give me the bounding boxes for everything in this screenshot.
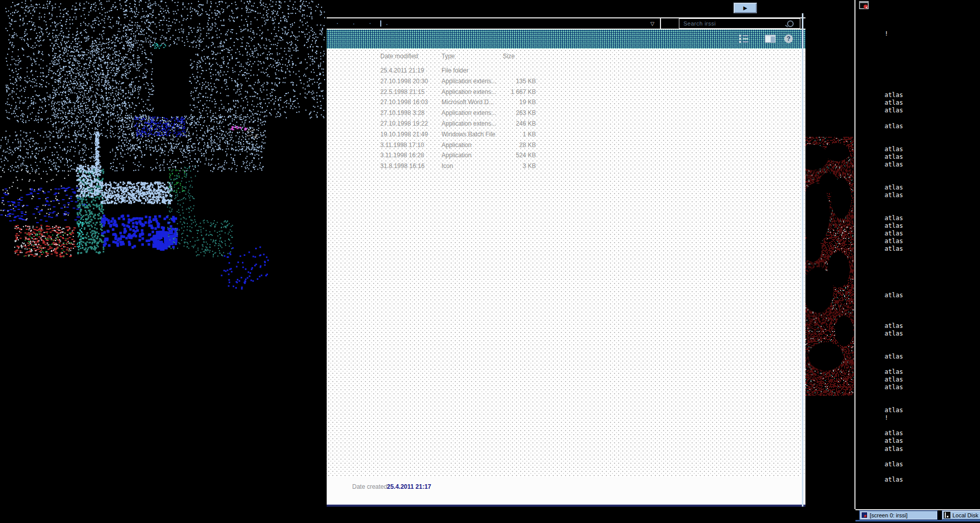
file-row[interactable]: 27.10.1998 16:03Microsoft Word D...19 KB	[327, 99, 805, 109]
file-row[interactable]: 31.8.1998 16:16Icon3 KB	[327, 162, 805, 173]
console-line: atlas	[885, 230, 976, 237]
views-icon[interactable]	[738, 34, 749, 44]
console-line: atlas	[885, 407, 976, 414]
file-row[interactable]: 3.11.1998 16:28Application524 KB	[327, 152, 805, 162]
console-line	[885, 253, 976, 260]
column-header-type[interactable]: Type	[442, 53, 455, 60]
console-line	[885, 76, 976, 84]
file-cell-date: 27.10.1998 20:30	[380, 78, 428, 85]
console-line	[885, 61, 976, 68]
taskbar-bottom-stripe	[855, 520, 980, 521]
file-list: Date modified Type Size 25.4.2011 21:19F…	[327, 49, 805, 477]
console-line	[885, 84, 976, 91]
console-line: atlas	[885, 192, 976, 199]
console-line: atlas	[885, 430, 976, 437]
console-line: atlas	[885, 368, 976, 376]
navigation-bar: ▽ Search irssi	[327, 17, 805, 30]
file-row[interactable]: 22.5.1998 21:15Application extens...1 66…	[327, 88, 805, 99]
file-row[interactable]: 27.10.1998 3:28Application extens...263 …	[327, 109, 805, 120]
file-row[interactable]: 27.10.1998 19:22Application extens...246…	[327, 120, 805, 130]
console-line: atlas	[885, 445, 976, 453]
file-cell-date: 27.10.1998 19:22	[380, 120, 428, 127]
file-cell-size: 246 KB	[480, 120, 536, 127]
file-cell-date: 3.11.1998 17:10	[380, 141, 424, 149]
console-line	[885, 207, 976, 215]
console-line: atlas	[885, 384, 976, 391]
address-glitch-dot	[386, 24, 387, 25]
console-line: !	[885, 30, 976, 38]
date-created-label: Date created:	[352, 483, 389, 490]
console-line	[885, 361, 976, 368]
console-line: atlas	[885, 146, 976, 153]
console-line: atlas	[885, 322, 976, 330]
console-line	[885, 176, 976, 184]
console-line: atlas	[885, 437, 976, 445]
console-line: atlas	[885, 292, 976, 299]
console-line	[885, 130, 976, 138]
file-cell-date: 19.10.1998 21:49	[380, 131, 428, 138]
address-dropdown-icon[interactable]: ▽	[647, 19, 657, 28]
console-line	[885, 268, 976, 276]
console-line	[885, 68, 976, 76]
console-line	[885, 299, 976, 307]
address-bar[interactable]: ▽	[327, 18, 660, 29]
console-line: atlas	[885, 237, 976, 245]
help-icon[interactable]: ?	[783, 34, 794, 44]
file-cell-size: 1 667 KB	[480, 88, 536, 96]
window-bottom-border	[327, 505, 805, 507]
console-line: atlas	[885, 461, 976, 468]
console-line	[885, 468, 976, 476]
console-line: atlas	[885, 476, 976, 484]
console-line: atlas	[885, 107, 976, 114]
taskbar: [screen 0: irssi] Local Disk	[855, 509, 980, 523]
file-cell-size: 135 KB	[480, 78, 536, 85]
file-row[interactable]: 27.10.1998 20:30Application extens...135…	[327, 78, 805, 88]
preview-pane-icon[interactable]	[765, 34, 776, 44]
console-line: atlas	[885, 330, 976, 338]
play-icon: ▶	[743, 6, 747, 11]
glitched-forest-image	[0, 0, 327, 523]
taskbar-button-screen-irssi[interactable]: [screen 0: irssi]	[859, 510, 938, 520]
search-icon[interactable]	[787, 20, 794, 27]
console-line	[885, 138, 976, 146]
column-header-size[interactable]: Size	[503, 53, 514, 60]
console-line	[885, 399, 976, 407]
search-input[interactable]: Search irssi	[679, 18, 800, 29]
console-line: atlas	[885, 123, 976, 130]
disk-icon	[944, 512, 950, 518]
file-cell-date: 22.5.1998 21:15	[380, 88, 425, 96]
console-line: atlas	[885, 222, 976, 230]
column-header-date-modified[interactable]: Date modified	[380, 53, 418, 60]
console-line: atlas	[885, 353, 976, 361]
console-line: atlas	[885, 161, 976, 169]
address-caret	[380, 20, 381, 27]
taskbar-button-local-disk[interactable]: Local Disk	[942, 510, 980, 520]
file-row[interactable]: 19.10.1998 21:49Windows Batch File1 KB	[327, 131, 805, 141]
console-line	[885, 391, 976, 399]
file-row[interactable]: 3.11.1998 17:10Application28 KB	[327, 141, 805, 152]
console-line	[885, 453, 976, 461]
file-cell-type: Icon	[442, 162, 453, 170]
console-line: atlas	[885, 215, 976, 222]
irssi-window-icon	[859, 1, 869, 10]
date-created-value: 25.4.2011 21:17	[387, 483, 431, 490]
console-line	[885, 345, 976, 353]
file-cell-type: Application	[442, 141, 472, 149]
console-line	[885, 338, 976, 345]
console-line	[885, 315, 976, 322]
console-line: atlas	[885, 153, 976, 161]
file-cell-date: 27.10.1998 3:28	[380, 109, 425, 116]
play-button[interactable]: ▶	[733, 3, 757, 13]
console-line: atlas	[885, 376, 976, 384]
console-line	[885, 169, 976, 176]
window-titlebar[interactable]: ▶	[327, 0, 805, 17]
console-line	[885, 115, 976, 123]
console-line	[885, 199, 976, 207]
window-right-border	[802, 13, 803, 507]
address-glitch-dot	[370, 23, 371, 24]
console-text: ! atlasatlasatlas atlas atlasatlasatlas …	[885, 30, 976, 484]
red-noise-glitch	[805, 137, 854, 396]
file-cell-date: 3.11.1998 16:28	[380, 152, 424, 159]
file-row[interactable]: 25.4.2011 21:19File folder	[327, 67, 805, 77]
file-cell-size: 524 KB	[480, 152, 536, 159]
